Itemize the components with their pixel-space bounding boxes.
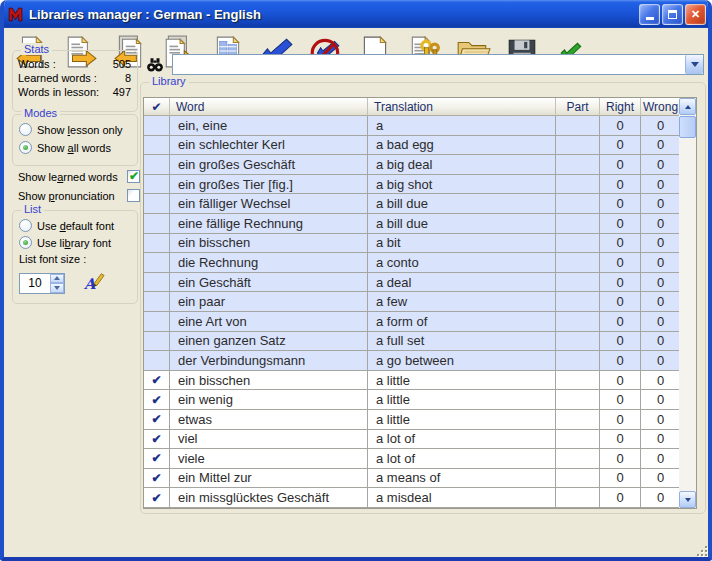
row-word-cell[interactable]: der Verbindungsmann xyxy=(170,351,368,371)
row-wrong-cell[interactable]: 0 xyxy=(641,175,681,195)
column-header-part[interactable]: Part xyxy=(556,98,600,116)
font-size-spinner[interactable]: 10 xyxy=(19,273,65,294)
row-wrong-cell[interactable]: 0 xyxy=(641,273,681,293)
row-wrong-cell[interactable]: 0 xyxy=(641,351,681,371)
row-word-cell[interactable]: ein Mittel zur xyxy=(170,469,368,489)
row-wrong-cell[interactable]: 0 xyxy=(641,194,681,214)
row-part-cell[interactable] xyxy=(556,488,600,508)
table-row[interactable]: ✔ ein wenig a little 0 0 xyxy=(144,390,681,410)
row-check-cell[interactable]: ✔ xyxy=(144,430,170,450)
checkbox-show-learned-words[interactable]: Show learned words xyxy=(18,170,140,183)
row-word-cell[interactable]: viele xyxy=(170,449,368,469)
row-translation-cell[interactable]: a misdeal xyxy=(368,488,556,508)
table-row[interactable]: ✔ ein Mittel zur a means of 0 0 xyxy=(144,469,681,489)
table-row[interactable]: ein großes Geschäft a big deal 0 0 xyxy=(144,155,681,175)
table-row[interactable]: ein paar a few 0 0 xyxy=(144,292,681,312)
row-check-cell[interactable] xyxy=(144,292,170,312)
row-translation-cell[interactable]: a form of xyxy=(368,312,556,332)
row-word-cell[interactable]: ein wenig xyxy=(170,390,368,410)
table-row[interactable]: eine fällige Rechnung a bill due 0 0 xyxy=(144,214,681,234)
row-wrong-cell[interactable]: 0 xyxy=(641,469,681,489)
table-row[interactable]: ✔ ein bisschen a little 0 0 xyxy=(144,371,681,391)
column-header-translation[interactable]: Translation xyxy=(368,98,556,116)
row-translation-cell[interactable]: a xyxy=(368,116,556,136)
search-combobox[interactable] xyxy=(172,54,704,75)
row-translation-cell[interactable]: a deal xyxy=(368,273,556,293)
table-row[interactable]: ✔ etwas a little 0 0 xyxy=(144,410,681,430)
table-row[interactable]: ein bisschen a bit 0 0 xyxy=(144,234,681,254)
row-check-cell[interactable]: ✔ xyxy=(144,410,170,430)
row-translation-cell[interactable]: a lot of xyxy=(368,430,556,450)
row-wrong-cell[interactable]: 0 xyxy=(641,312,681,332)
row-right-cell[interactable]: 0 xyxy=(600,214,641,234)
spin-up-button[interactable] xyxy=(50,274,64,284)
row-word-cell[interactable]: ein großes Tier [fig.] xyxy=(170,175,368,195)
table-row[interactable]: ✔ ein missglücktes Geschäft a misdeal 0 … xyxy=(144,488,681,508)
scroll-up-button[interactable] xyxy=(679,98,696,115)
row-right-cell[interactable]: 0 xyxy=(600,155,641,175)
checkbox-show-pronunciation[interactable]: Show pronunciation xyxy=(18,189,140,202)
vertical-scrollbar[interactable] xyxy=(679,98,696,508)
row-part-cell[interactable] xyxy=(556,351,600,371)
row-translation-cell[interactable]: a bill due xyxy=(368,214,556,234)
row-check-cell[interactable] xyxy=(144,332,170,352)
scrollbar-thumb[interactable] xyxy=(679,116,696,138)
row-word-cell[interactable]: ein großes Geschäft xyxy=(170,155,368,175)
minimize-button[interactable] xyxy=(639,4,660,25)
row-word-cell[interactable]: eine Art von xyxy=(170,312,368,332)
row-right-cell[interactable]: 0 xyxy=(600,410,641,430)
row-word-cell[interactable]: ein, eine xyxy=(170,116,368,136)
table-row[interactable]: ein großes Tier [fig.] a big shot 0 0 xyxy=(144,175,681,195)
row-wrong-cell[interactable]: 0 xyxy=(641,292,681,312)
row-wrong-cell[interactable]: 0 xyxy=(641,332,681,352)
row-word-cell[interactable]: ein missglücktes Geschäft xyxy=(170,488,368,508)
row-translation-cell[interactable]: a go between xyxy=(368,351,556,371)
row-word-cell[interactable]: ein fälliger Wechsel xyxy=(170,194,368,214)
row-translation-cell[interactable]: a bit xyxy=(368,234,556,254)
radio-use-default-font[interactable]: Use default font xyxy=(19,219,137,232)
column-header-right[interactable]: Right xyxy=(600,98,641,116)
row-part-cell[interactable] xyxy=(556,449,600,469)
row-translation-cell[interactable]: a full set xyxy=(368,332,556,352)
row-part-cell[interactable] xyxy=(556,155,600,175)
row-part-cell[interactable] xyxy=(556,194,600,214)
resize-grip[interactable] xyxy=(694,543,707,556)
row-wrong-cell[interactable]: 0 xyxy=(641,116,681,136)
row-wrong-cell[interactable]: 0 xyxy=(641,214,681,234)
row-check-cell[interactable]: ✔ xyxy=(144,371,170,391)
row-word-cell[interactable]: ein bisschen xyxy=(170,371,368,391)
table-row[interactable]: einen ganzen Satz a full set 0 0 xyxy=(144,332,681,352)
choose-font-button[interactable]: A xyxy=(83,270,105,296)
table-row[interactable]: ✔ viel a lot of 0 0 xyxy=(144,430,681,450)
row-part-cell[interactable] xyxy=(556,390,600,410)
row-right-cell[interactable]: 0 xyxy=(600,116,641,136)
row-translation-cell[interactable]: a big deal xyxy=(368,155,556,175)
row-check-cell[interactable]: ✔ xyxy=(144,488,170,508)
row-wrong-cell[interactable]: 0 xyxy=(641,371,681,391)
row-check-cell[interactable] xyxy=(144,194,170,214)
table-row[interactable]: ein Geschäft a deal 0 0 xyxy=(144,273,681,293)
row-translation-cell[interactable]: a bill due xyxy=(368,194,556,214)
row-wrong-cell[interactable]: 0 xyxy=(641,253,681,273)
row-right-cell[interactable]: 0 xyxy=(600,351,641,371)
row-translation-cell[interactable]: a big shot xyxy=(368,175,556,195)
row-translation-cell[interactable]: a bad egg xyxy=(368,136,556,156)
combo-dropdown-button[interactable] xyxy=(685,55,703,74)
table-row[interactable]: eine Art von a form of 0 0 xyxy=(144,312,681,332)
row-check-cell[interactable] xyxy=(144,116,170,136)
search-input[interactable] xyxy=(173,55,685,74)
column-header-check[interactable]: ✔ xyxy=(144,98,170,116)
table-row[interactable]: ein, eine a 0 0 xyxy=(144,116,681,136)
column-header-word[interactable]: Word xyxy=(170,98,368,116)
row-word-cell[interactable]: ein paar xyxy=(170,292,368,312)
table-row[interactable]: ✔ viele a lot of 0 0 xyxy=(144,449,681,469)
row-translation-cell[interactable]: a means of xyxy=(368,469,556,489)
row-wrong-cell[interactable]: 0 xyxy=(641,410,681,430)
row-wrong-cell[interactable]: 0 xyxy=(641,155,681,175)
row-right-cell[interactable]: 0 xyxy=(600,469,641,489)
row-right-cell[interactable]: 0 xyxy=(600,194,641,214)
row-check-cell[interactable] xyxy=(144,155,170,175)
row-translation-cell[interactable]: a little xyxy=(368,410,556,430)
row-part-cell[interactable] xyxy=(556,371,600,391)
row-word-cell[interactable]: einen ganzen Satz xyxy=(170,332,368,352)
